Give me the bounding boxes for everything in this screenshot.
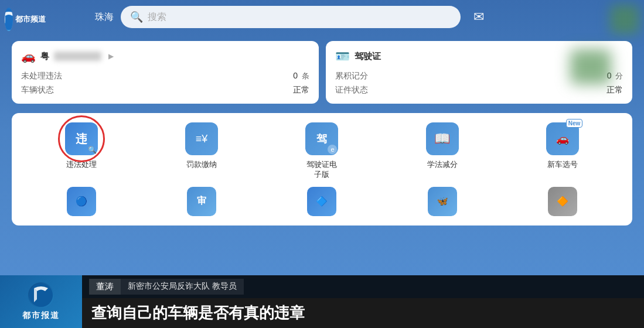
service-fine[interactable]: ≡¥ 罚款缴纳	[175, 122, 228, 180]
violation-icon: 违	[76, 131, 87, 147]
services-card: 违 🔍 违法处理 ≡¥ 罚款缴纳 驾 e 驾驶证电子版	[12, 113, 632, 226]
license-blur-overlay	[570, 49, 611, 84]
main-subtitle-text: 查询自己的车辆是否有真的违章	[91, 303, 305, 323]
new-car-label: 新车选号	[547, 160, 578, 170]
top-bar: 珠海 🔍 搜索 ✉	[0, 0, 644, 34]
fine-icon: ≡¥	[196, 133, 208, 145]
digital-badge-icon: e	[328, 145, 337, 154]
violation-icon-wrap: 违 🔍	[65, 122, 98, 155]
plate-prefix: 粤	[40, 51, 49, 62]
search-placeholder: 搜索	[148, 11, 166, 23]
vehicle-icon: 🚗	[21, 49, 36, 63]
service-new-car[interactable]: 🚗 New 新车选号	[536, 122, 589, 180]
license-digital-label: 驾驶证电子版	[306, 160, 337, 180]
violations-row: 未处理违法 0 条	[21, 70, 309, 81]
points-unit: 分	[615, 71, 623, 80]
new-car-icon-wrap: 🚗 New	[546, 122, 579, 155]
vehicle-card[interactable]: 🚗 粤 XXXXXXX ▶ 未处理违法 0 条 车辆状态 正常	[12, 41, 319, 104]
violations-label: 未处理违法	[21, 71, 62, 81]
main-subtitle-row: 查询自己的车辆是否有真的违章	[0, 298, 644, 328]
vehicle-status-value: 正常	[293, 85, 309, 95]
license-digital-icon-wrap: 驾 e	[305, 122, 338, 155]
service-violation[interactable]: 违 🔍 违法处理	[55, 122, 108, 180]
row2-icon-3: 🔷	[307, 187, 336, 216]
cards-row: 🚗 粤 XXXXXXX ▶ 未处理违法 0 条 车辆状态 正常	[0, 36, 644, 108]
fine-icon-wrap: ≡¥	[185, 122, 218, 155]
row2-icon-5: 🔶	[548, 187, 577, 216]
plate-arrow-icon: ▶	[108, 52, 114, 60]
service-row2-3[interactable]: 🔷	[295, 187, 348, 216]
new-badge: New	[566, 119, 583, 128]
row2-icon-4: 🦋	[428, 187, 457, 216]
service-row2-5[interactable]: 🔶	[536, 187, 589, 216]
app-background: 都市频道 珠海 🔍 搜索 ✉ 🚗 粤 XXXXXXX ▶ 未处理违法	[0, 0, 644, 328]
search-icon: 🔍	[130, 11, 143, 23]
violation-search-icon: 🔍	[88, 146, 97, 154]
vehicle-card-header: 🚗 粤 XXXXXXX ▶	[21, 49, 309, 63]
bottom-logo-circle	[28, 282, 54, 308]
study-icon: 📖	[434, 131, 450, 146]
plate-number-blurred: XXXXXXX	[54, 52, 101, 61]
services-grid-row1: 违 🔍 违法处理 ≡¥ 罚款缴纳 驾 e 驾驶证电子版	[21, 122, 623, 180]
person-title: 新密市公安局反诈大队 教导员	[121, 279, 244, 295]
services-grid-row2: 🔵 审 🔷 🦋 🔶	[21, 187, 623, 216]
vehicle-info-rows: 未处理违法 0 条 车辆状态 正常	[21, 70, 309, 95]
row2-label-2: 审	[197, 195, 206, 207]
study-label: 学法减分	[427, 160, 458, 170]
service-row2-2[interactable]: 审	[175, 187, 228, 216]
points-label: 累积记分	[335, 71, 368, 81]
location-label: 珠海	[95, 11, 114, 23]
license-digital-icon: 驾	[316, 132, 327, 146]
service-row2-4[interactable]: 🦋	[416, 187, 469, 216]
service-row2-1[interactable]: 🔵	[55, 187, 108, 216]
person-name: 董涛	[89, 279, 121, 295]
violations-value: 0	[293, 71, 298, 80]
service-license-digital[interactable]: 驾 e 驾驶证电子版	[295, 122, 348, 180]
service-study[interactable]: 📖 学法减分	[416, 122, 469, 180]
study-icon-wrap: 📖	[426, 122, 459, 155]
bottom-bar: 董涛 新密市公安局反诈大队 教导员 查询自己的车辆是否有真的违章 都市报道	[0, 275, 644, 328]
license-status-value: 正常	[606, 85, 623, 95]
license-status-row: 证件状态 正常	[335, 85, 623, 95]
row2-icon-2: 审	[187, 187, 216, 216]
row2-icon-1: 🔵	[67, 187, 96, 216]
license-status-label: 证件状态	[335, 85, 368, 95]
vehicle-status-label: 车辆状态	[21, 85, 54, 95]
subtitle-row: 董涛 新密市公安局反诈大队 教导员	[0, 275, 644, 298]
license-icon: 🪪	[335, 49, 350, 63]
license-card[interactable]: 🪪 驾驶证 累积记分 0 分 证件状态 正常	[326, 41, 633, 104]
search-bar[interactable]: 🔍 搜索	[121, 6, 461, 28]
person-info: 董涛 新密市公安局反诈大队 教导员	[89, 279, 244, 295]
bottom-channel-logo: 都市报道	[0, 275, 82, 328]
fine-label: 罚款缴纳	[186, 160, 217, 170]
new-car-icon: 🚗	[556, 132, 569, 145]
bottom-channel-name: 都市报道	[22, 310, 60, 321]
vehicle-status-row: 车辆状态 正常	[21, 85, 309, 95]
license-title: 驾驶证	[355, 51, 381, 62]
mail-icon[interactable]: ✉	[473, 9, 484, 25]
violations-unit: 条	[302, 71, 309, 80]
